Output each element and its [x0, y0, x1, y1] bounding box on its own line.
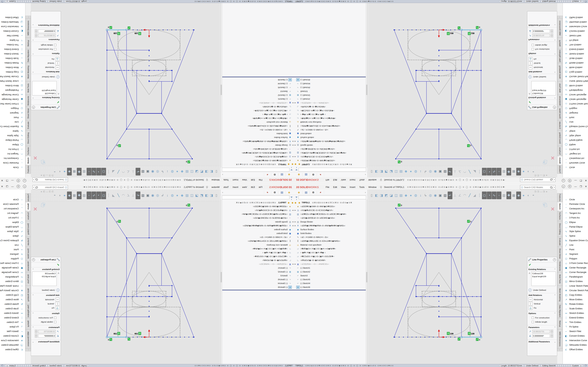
flyout-item-move-entities[interactable]: ↗Move Entities [0, 65, 25, 70]
user-account-icon[interactable]: ☺ [562, 179, 565, 182]
collapse-icon[interactable]: ⌃ [32, 326, 34, 329]
document-window-controls[interactable]: ❐ ❐ — ❐ ✕ [41, 191, 53, 193]
flyout-item-move-entities[interactable]: ↗Move Entities [563, 65, 588, 70]
menu-edit[interactable]: Edit [249, 185, 257, 189]
tree-item[interactable]: ⊞(-) Sketch6 [221, 285, 294, 289]
minimize-button[interactable]: — [574, 185, 577, 188]
expand-arrow-icon[interactable]: ▶ [294, 156, 296, 158]
tree-item[interactable]: ⌐(-) Sketch4 [294, 82, 367, 86]
relation-entry[interactable]: Equal length109 [532, 275, 555, 278]
toolbar-icon-9[interactable]: ◍ [170, 168, 175, 176]
toolbar-icon-4[interactable]: ◪ [194, 192, 199, 199]
tab-evaluate[interactable]: Evaluate [25, 237, 31, 247]
tab--[interactable]: ... [557, 16, 563, 18]
flyout-item-extend-entities[interactable]: ┊Extend Entities [563, 47, 588, 51]
tree-item[interactable]: ⌐(-) Sketch5 [221, 86, 294, 90]
tree-item[interactable]: ⊞(-) Sketch2 [294, 270, 367, 274]
flyout-item-offset-entities[interactable]: ⊏Offset Entities [0, 15, 25, 20]
flyout-item-rotate-entities[interactable]: ↻Rotate Entities [563, 61, 588, 65]
exit-sketch-icon[interactable]: ⎗ [40, 201, 46, 208]
flyout-item-intersection-curve[interactable]: ≋Intersection Curve [563, 338, 588, 343]
tab-mesh-modeling[interactable]: Mesh Modeling [25, 63, 31, 81]
toolbar-icon-11[interactable]: ↳ [160, 192, 165, 199]
toolbar-icon-9[interactable]: ◍ [413, 168, 418, 176]
menu-edit[interactable]: Edit [249, 178, 257, 182]
tree-item[interactable]: ⊞(-) Sketch2 [294, 93, 367, 97]
toolbar-icon-25[interactable]: ∿ [92, 168, 96, 176]
tree-item[interactable]: ∟○ИΝ϶Ƨ϶⊙◉○⊙○◉⊙϶Ƨ϶ΝИ○ [294, 105, 367, 109]
tree-item[interactable]: ◆Surface Bodies [221, 136, 294, 140]
flyout-item-ellipse[interactable]: ◯Ellipse [0, 142, 25, 147]
toolbar-icon-2[interactable]: ◨ [204, 168, 209, 176]
user-account-icon[interactable]: ☺ [23, 185, 26, 188]
flyout-item-fit-spline[interactable]: ╰Fit Spline [0, 38, 25, 42]
tree-item[interactable]: ⌐Sketch3 [294, 274, 367, 277]
flyout-item-fit-spline[interactable]: ╰Fit Spline [563, 325, 588, 329]
tab-sketch[interactable]: Sketch [557, 156, 563, 165]
tree-item[interactable]: ▶▣○϶ƧЗЕИΝΑ∩·○⊙○·∩ΑΝИЕЗƧ϶○ [221, 101, 294, 105]
toolbar-icon-22[interactable]: ┆ [106, 168, 111, 176]
toolbar-icon-27[interactable]: ▥ [502, 168, 506, 176]
toolbar-icon-25[interactable]: ∿ [92, 192, 96, 199]
toolbar-icon-0[interactable]: ▯ [214, 168, 219, 176]
expand-arrow-icon[interactable]: ▶ [294, 102, 296, 104]
menu-window[interactable]: Window [366, 185, 378, 189]
pm-help-icon[interactable]: ? [553, 106, 556, 109]
expand-arrow-icon[interactable]: ▶ [292, 144, 294, 146]
expand-arrow-icon[interactable]: ▶ [294, 225, 296, 226]
status-custom-dropdown[interactable]: Custom▲ [5, 0, 17, 3]
feature-manager-tab-2[interactable]: ⊕ [310, 173, 317, 176]
flyout-item-perimeter-circle[interactable]: ◌Perimeter Circle [563, 161, 588, 165]
tree-scrollbar[interactable] [366, 3, 367, 167]
flyout-item-extend-entities[interactable]: ┊Extend Entities [0, 316, 25, 320]
flyout-item-line[interactable]: ╱Line [563, 120, 588, 124]
flyout-item-linear-sketch-pattern[interactable]: ∷Linear Sketch Pattern [563, 284, 588, 288]
tree-item[interactable]: ◔○϶Ƨ⊙◉϶ƧИЗЕ϶Ƨ○⊙○϶ƧЕЗИƧ϶◉⊙Ƨ϶○ [294, 147, 367, 151]
toolbar-icon-18[interactable]: ∠ [458, 192, 462, 199]
flyout-item-point[interactable]: ▪Point [563, 115, 588, 120]
toolbar-icon-4[interactable]: ◪ [194, 168, 199, 176]
tree-item[interactable]: ▥○϶Ƨ✤ƐƧ϶○ИΝ◉⊙✤ƆƐЗЕƧ϶○⊙○϶ƧЕЗƐƆ✤⊙◉ΝИ○ [294, 212, 367, 216]
tree-item[interactable]: ◼Solid Bodies [221, 132, 294, 136]
tree-root-item[interactable]: ◈◈TЯPDL2.⊙Ж⊙Ш⊙⊙⊙✤⊙ЭС⊙Ж⊙·⊙϶Ƨ⊙◉⊙Ж [221, 163, 294, 166]
search-box[interactable]: ⬡ ▾ [33, 185, 68, 189]
flyout-item-linear-sketch-pattern[interactable]: ∷Linear Sketch Pattern [0, 79, 25, 83]
tab-weldments[interactable]: Weldments [25, 95, 31, 107]
tab-direct-editing[interactable]: Direct Editing [557, 221, 563, 237]
toolbar-icon-21[interactable]: ◢ [111, 192, 116, 199]
menu-file[interactable]: File [324, 185, 331, 189]
menu-view[interactable]: View [240, 178, 249, 182]
toolbar-icon-28[interactable]: ✚ [77, 192, 82, 199]
restore-button[interactable]: ❐ [6, 185, 9, 188]
flyout-item-mirror-entities[interactable]: ◫Mirror Entities [563, 279, 588, 284]
toolbar-icon-6[interactable]: ▤ [185, 168, 189, 176]
flyout-item-copy-entities[interactable]: ◰Copy Entities [0, 293, 25, 297]
tree-item[interactable]: ▶A○϶ƧИΝ◉⊙✤Α✤◉ИΝΑ○⊙○ΑΝИ◉✤Α✤⊙◉ΝИƧ϶○ [221, 224, 294, 227]
toolbar-icon-20[interactable]: ╱ [116, 192, 121, 199]
toolbar-icon-20[interactable]: ╱ [116, 168, 121, 176]
length-spinner[interactable]: ▲▼ [551, 34, 553, 37]
tab--[interactable]: ... [25, 16, 31, 18]
tree-item[interactable]: ★○϶ƧƧƐ✤⊙◉ΛΑΦ○⊙○ΦΑΛ◉⊙✤ƐƧƧ϶○ [294, 159, 367, 163]
toolbar-icon-21[interactable]: ◢ [472, 192, 477, 199]
toolbar-icon-7[interactable]: ◆ [180, 192, 184, 199]
tab-markup[interactable]: Markup [557, 38, 563, 49]
flyout-item-corner-rectangle[interactable]: ▭Corner Rectangle [0, 270, 25, 275]
tab-weldments[interactable]: Weldments [557, 95, 563, 107]
toolbar-icon-16[interactable]: ↵ [448, 168, 452, 176]
relation-entry[interactable]: Collinear108 [532, 92, 555, 95]
flyout-item-scale-entities[interactable]: ↔Scale Entities [0, 56, 25, 61]
toolbar-icon-19[interactable]: ◠ [462, 168, 467, 176]
flyout-item-silhouette-entities[interactable]: ❏Silhouette Entities [563, 20, 588, 24]
feature-manager-tab-0[interactable]: ◈ [285, 173, 293, 176]
tab-overflow-chevron-icon[interactable]: › [365, 174, 366, 176]
search-input[interactable] [39, 178, 64, 181]
angle-input[interactable] [38, 30, 56, 33]
collapse-icon[interactable]: ⌃ [554, 312, 556, 315]
menu-file[interactable]: File [257, 185, 264, 189]
toolbar-icon-30[interactable]: ◈ [516, 168, 521, 176]
add-relation-vertical-button[interactable]: │Vertical [32, 61, 60, 65]
search-input[interactable] [524, 186, 549, 189]
toolbar-icon-19[interactable]: ◠ [462, 192, 467, 199]
flyout-item-3-point-center-recta-[interactable]: ◇3 Point Center Recta... [563, 261, 588, 266]
